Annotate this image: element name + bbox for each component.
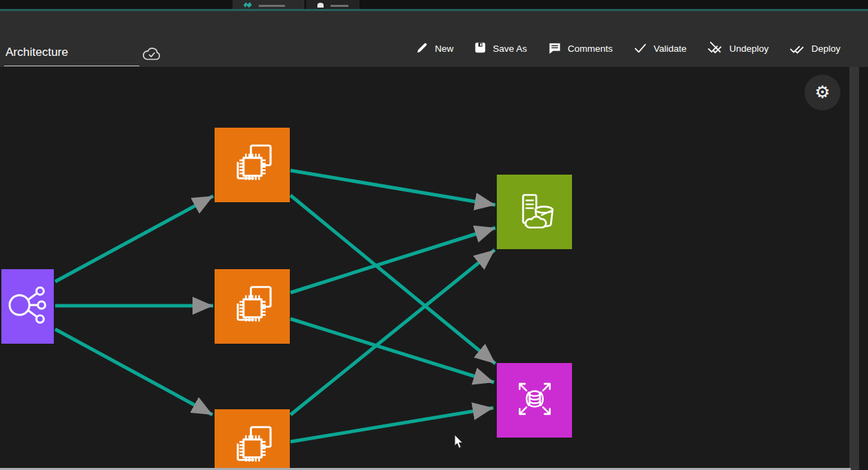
undeploy-label: Undeploy [729,43,769,54]
database-scale-icon [511,375,559,426]
workspace-teal-icon [244,2,252,8]
storage-bucket-icon [510,186,560,238]
check-icon [633,41,647,56]
edge-layer [0,67,849,470]
new-label: New [435,43,453,54]
cutoff-tab-label [259,5,285,7]
ec2-instances-icon [226,419,279,470]
undeploy-button[interactable]: Undeploy [707,41,769,57]
partial-tab-1[interactable] [233,0,304,9]
edge-compute-2-to-database[interactable] [290,319,494,382]
edge-compute-2-to-storage[interactable] [290,228,495,293]
node-compute-3[interactable] [215,409,290,470]
partial-tab-2[interactable] [306,0,359,9]
edge-load-balancer-to-compute-1[interactable] [55,196,213,282]
double-check-icon [789,41,805,57]
ec2-instances-icon [226,137,279,193]
deploy-label: Deploy [811,43,840,54]
ec2-instances-icon [226,279,279,334]
save-as-button[interactable]: Save As [474,41,527,56]
double-check-slash-icon [707,41,723,57]
node-compute-1[interactable] [215,128,290,202]
load-balancer-icon [4,282,51,331]
node-compute-2[interactable] [215,269,290,344]
save-as-label: Save As [493,43,527,54]
edge-load-balancer-to-compute-3[interactable] [55,329,213,415]
node-load-balancer[interactable] [1,269,54,344]
edge-compute-1-to-database[interactable] [290,195,495,364]
gear-icon: ⚙ [815,82,830,102]
cloud-check-icon [141,46,162,66]
toolbar: New Save As Comments [415,41,840,57]
node-storage[interactable] [497,175,572,249]
cutoff-tab-label [331,5,348,7]
architecture-title-input[interactable] [4,46,139,66]
edge-compute-1-to-storage[interactable] [290,170,495,205]
top-tab-strip [0,0,868,9]
edge-compute-3-to-storage[interactable] [290,250,495,415]
pencil-icon [415,41,428,57]
deploy-button[interactable]: Deploy [789,41,840,57]
node-database[interactable] [497,363,572,438]
comments-label: Comments [568,43,613,54]
diagram-canvas[interactable]: ⚙ [0,67,849,470]
header-bar: New Save As Comments [0,11,868,67]
vertical-scrollbar[interactable] [849,67,859,470]
validate-button[interactable]: Validate [633,41,687,56]
new-button[interactable]: New [415,41,453,57]
clock-circle-icon [317,3,324,8]
comment-bubble-icon [548,41,562,57]
comments-button[interactable]: Comments [548,41,613,57]
settings-button[interactable]: ⚙ [805,75,840,110]
validate-label: Validate [653,43,687,54]
mouse-cursor [454,435,465,452]
save-floppy-icon [474,41,486,56]
